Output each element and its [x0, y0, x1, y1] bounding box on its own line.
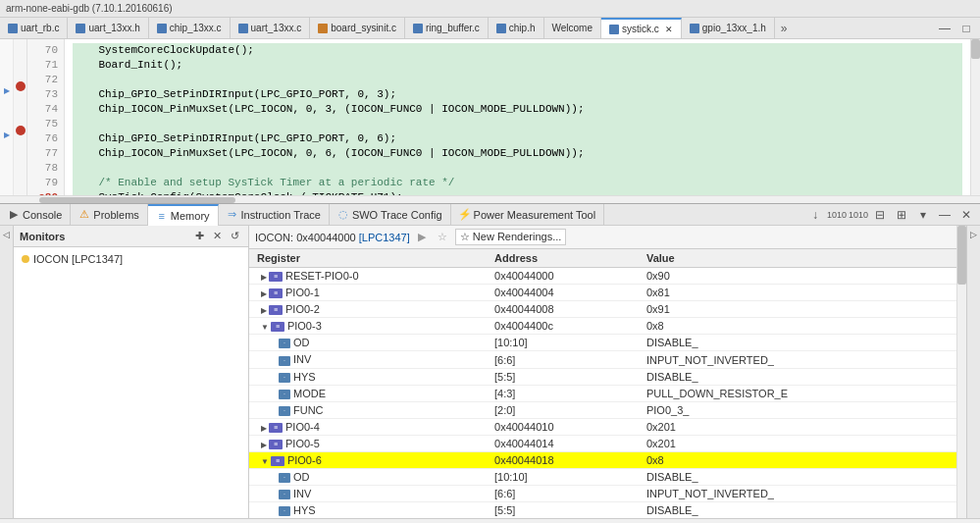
monitor-item-iocon[interactable]: IOCON [LPC1347] [18, 251, 244, 267]
tab-board-sysinit[interactable]: board_sysinit.c [310, 18, 405, 39]
table-row[interactable]: ▼≡PIO0-60x400440180x8 [249, 452, 956, 469]
tab-icon [238, 24, 248, 33]
annotation-arrow-2[interactable]: ▶ [4, 128, 10, 142]
expand-icon[interactable]: ▶ [261, 424, 267, 433]
collapse-icon[interactable]: ◁ [3, 230, 10, 239]
right-scrollbar[interactable] [956, 226, 966, 518]
monitors-header: Monitors ✚ ✕ ↺ [14, 226, 248, 247]
new-renderings-btn[interactable]: ☆ New Renderings... [455, 229, 567, 245]
h-scroll-thumb [39, 197, 235, 203]
collapse-panel[interactable]: ◁ [0, 226, 14, 518]
reg-type-icon: · [279, 373, 290, 383]
h-scrollbar[interactable] [0, 195, 980, 203]
tab-icon [413, 24, 423, 33]
scroll-lock-btn[interactable]: ↓ [805, 206, 825, 224]
table-row[interactable]: ▶≡PIO0-20x400440080x91 [249, 301, 956, 318]
reg-value-cell: 0x201 [639, 418, 956, 435]
binary-btn2[interactable]: 1010 [849, 206, 868, 224]
annotation-arrow-1[interactable]: ▶ [4, 83, 10, 98]
reg-value-cell: DISABLE_ [639, 368, 956, 385]
reg-name-cell: ▶≡RESET-PIO0-0 [249, 268, 487, 285]
tab-problems-label: Problems [93, 209, 138, 221]
monitors-actions: ✚ ✕ ↺ [191, 229, 242, 244]
table-row[interactable]: ·FUNC[2:0]PIO0_3_ [249, 401, 956, 418]
binary-btn1[interactable]: 1010 [827, 206, 847, 224]
tab-chip-h[interactable]: chip.h [489, 18, 544, 39]
tab-power[interactable]: ⚡ Power Measurement Tool [451, 204, 605, 226]
console-icon: ▶ [8, 209, 20, 221]
table-row[interactable]: ·INV[6:6]INPUT_NOT_INVERTED_ [249, 351, 956, 368]
reg-type-icon: · [279, 490, 290, 499]
tab-chip-13xx-c[interactable]: chip_13xx.c [149, 18, 231, 39]
table-row[interactable]: ·INV[6:6]INPUT_NOT_INVERTED_ [249, 486, 956, 502]
reg-value-cell: DISABLE_ [639, 469, 956, 486]
expand-icon[interactable]: ▼ [261, 457, 269, 466]
registers-table[interactable]: Register Address Value ▶≡RESET-PIO0-00x4… [249, 249, 956, 518]
tab-uart-13xx-c[interactable]: uart_13xx.c [231, 18, 311, 39]
table-row[interactable]: ·HYS[5:5]DISABLE_ [249, 368, 956, 385]
reg-value-cell: INPUT_NOT_INVERTED_ [639, 351, 956, 368]
tab-icon [690, 24, 699, 33]
tab-gpio-13xx[interactable]: gpio_13xx_1.h [682, 18, 775, 39]
refresh-monitor-btn[interactable]: ↺ [227, 229, 242, 244]
layout-btn[interactable]: ⊞ [892, 206, 911, 224]
code-line-79: /* Enable and setup SysTick Timer at a p… [73, 176, 962, 190]
table-row[interactable]: ·OD[10:10]DISABLE_ [249, 469, 956, 486]
code-line-73: Chip_GPIO_SetPinDIRInput(LPC_GPIO_PORT, … [73, 87, 962, 102]
vscroll-thumb[interactable] [971, 39, 980, 59]
reg-value-cell: 0x90 [639, 268, 956, 285]
tab-systick[interactable]: systick.c ✕ [601, 18, 682, 39]
expand-icon[interactable]: ▶ [261, 441, 267, 449]
table-row[interactable]: ▶≡PIO0-50x400440140x201 [249, 435, 956, 451]
bottom-tab-bar: ▶ Console ⚠ Problems ≡ Memory ⇒ Instruct… [0, 204, 980, 226]
tab-label: ring_buffer.c [426, 23, 480, 33]
tab-swo-trace[interactable]: ◌ SWO Trace Config [330, 204, 451, 226]
tab-console[interactable]: ▶ Console [0, 204, 71, 226]
expand-icon[interactable]: ▶ [261, 273, 267, 282]
table-row[interactable]: ▶≡PIO0-40x400440100x201 [249, 418, 956, 435]
monitors-panel: Monitors ✚ ✕ ↺ IOCON [LPC1347] [14, 226, 249, 518]
reg-name: RESET-PIO0-0 [285, 270, 359, 282]
reg-value-cell: 0x8 [639, 452, 956, 469]
expand-icon[interactable]: ▼ [261, 323, 269, 332]
tab-ring-buffer[interactable]: ring_buffer.c [405, 18, 489, 39]
table-row[interactable]: ·MODE[4:3]PULL_DOWN_RESISTOR_E [249, 385, 956, 401]
tab-console-label: Console [23, 209, 62, 221]
reg-address-cell: 0x40044014 [487, 435, 639, 451]
reg-name-cell: ▼≡PIO0-3 [249, 318, 487, 335]
reg-name-cell: ·MODE [249, 385, 487, 401]
tab-instruction-trace[interactable]: ⇒ Instruction Trace [219, 204, 330, 226]
view-menu-btn[interactable]: ▾ [913, 206, 933, 224]
tab-uart-rb[interactable]: uart_rb.c [0, 18, 68, 39]
table-row[interactable]: ▶≡RESET-PIO0-00x400440000x90 [249, 268, 956, 285]
tab-welcome[interactable]: Welcome [544, 18, 602, 39]
tab-problems[interactable]: ⚠ Problems [71, 204, 147, 226]
tab-memory[interactable]: ≡ Memory [148, 204, 219, 226]
minimize-editor-btn[interactable]: — [935, 20, 954, 37]
remove-monitor-btn[interactable]: ✕ [209, 229, 225, 244]
close-panel-btn[interactable]: ✕ [956, 206, 976, 224]
table-row[interactable]: ·OD[10:10]DISABLE_ [249, 335, 956, 351]
columns-btn[interactable]: ⊟ [870, 206, 890, 224]
expand-icon[interactable]: ▶ [261, 306, 267, 315]
maximize-editor-btn[interactable]: □ [956, 20, 976, 37]
reg-type-icon: · [279, 506, 290, 516]
vscroll-thumb-right[interactable] [957, 226, 966, 285]
table-row[interactable]: ·HYS[5:5]DISABLE_ [249, 502, 956, 518]
status-bar: 🔌 NXP LPC1347 (periph_systick) [0, 518, 980, 523]
reg-value-cell: 0x201 [639, 435, 956, 451]
expand-icon[interactable]: ▶ [261, 289, 267, 298]
tab-uart-13xx-h[interactable]: uart_13xx.h [68, 18, 148, 39]
reg-name: PIO0-2 [285, 303, 320, 315]
table-row[interactable]: ▶≡PIO0-10x400440040x81 [249, 285, 956, 301]
tab-overflow[interactable]: » [775, 22, 794, 35]
tab-close-icon[interactable]: ✕ [665, 25, 673, 34]
add-monitor-btn[interactable]: ✚ [191, 229, 207, 244]
table-row[interactable]: ▼≡PIO0-30x4004400c0x8 [249, 318, 956, 335]
reg-address-cell: [6:6] [487, 486, 639, 502]
right-collapse-icon[interactable]: ▷ [970, 230, 977, 239]
breakpoint-2 [16, 126, 26, 135]
minimize-panel-btn[interactable]: — [935, 206, 954, 224]
code-line-70: SystemCoreClockUpdate(); [73, 43, 962, 58]
right-collapse-panel[interactable]: ▷ [966, 226, 980, 518]
